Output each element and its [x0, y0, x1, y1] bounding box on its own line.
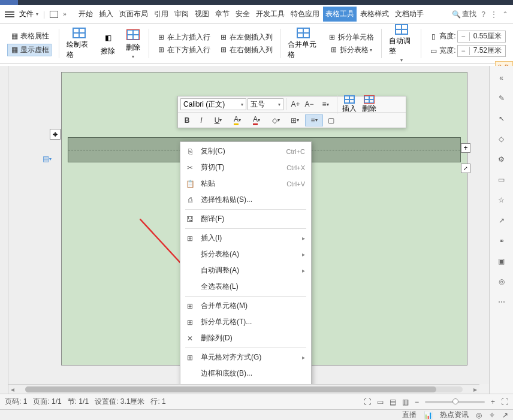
width-spinbox[interactable]: −7.52厘米 [457, 45, 506, 57]
tab-review[interactable]: 审阅 [172, 7, 191, 22]
tool-icon-3[interactable]: ↗ [502, 411, 508, 419]
collapse-panel-icon[interactable]: « [496, 72, 508, 84]
ctx-border-shading[interactable]: 边框和底纹(B)... [180, 365, 311, 382]
decrease-font-button[interactable]: A− [303, 98, 316, 110]
height-spinbox[interactable]: −0.55厘米 [457, 31, 506, 43]
zoom-slider[interactable] [425, 401, 485, 403]
ctx-paste[interactable]: 📋粘贴Ctrl+V [180, 176, 311, 192]
ctx-cut[interactable]: ✂剪切(T)Ctrl+X [180, 159, 311, 176]
tab-start[interactable]: 开始 [76, 7, 95, 22]
ctx-split-cells[interactable]: ⊞拆分单元格(T)... [180, 314, 311, 330]
split-cells-button[interactable]: ⊞拆分单元格 [327, 32, 374, 43]
fit-page-icon[interactable]: ⛶ [501, 398, 508, 406]
tab-view[interactable]: 视图 [192, 7, 212, 22]
delete-button[interactable]: 删除▾ [122, 26, 144, 61]
font-family-select[interactable]: Calibri (正文)▾ [180, 98, 246, 110]
ctx-delete-col[interactable]: ✕删除列(D) [180, 330, 311, 346]
eraser-button[interactable]: ◧ 擦除 [97, 26, 119, 61]
setting-value[interactable]: 设置值: 3.1厘米 [95, 397, 144, 407]
tab-insert[interactable]: 插入 [96, 7, 116, 22]
menu-icon[interactable] [5, 11, 14, 17]
ctx-select-all-table[interactable]: 全选表格(L) [180, 279, 311, 295]
border-button[interactable]: ⊞▾ [286, 114, 304, 126]
fullscreen-icon[interactable]: ⛶ [364, 398, 371, 406]
settings-icon[interactable]: ⚙ [496, 153, 508, 165]
tab-special[interactable]: 特色应用 [288, 7, 322, 22]
horizontal-scrollbar[interactable]: ◂ ▸ [8, 384, 479, 394]
table-move-handle[interactable]: ✥ [50, 129, 61, 140]
print-layout-icon[interactable]: ▤ [390, 398, 396, 406]
more-panel-icon[interactable]: ⋯ [496, 296, 508, 308]
page-count[interactable]: 页面: 1/1 [33, 397, 61, 407]
file-menu[interactable]: 文件 ▾ [17, 8, 41, 20]
scroll-right-icon[interactable]: ▸ [471, 385, 479, 394]
increase-font-button[interactable]: A+ [289, 98, 302, 110]
ctx-paste-special[interactable]: ⎙选择性粘贴(S)... [180, 192, 311, 208]
section-count[interactable]: 节: 1/1 [68, 397, 89, 407]
fill-button[interactable]: ▢ [324, 114, 337, 126]
insert-row-below-button[interactable]: ⊞在下方插入行 [156, 45, 210, 55]
align-button[interactable]: ≡▾ [305, 114, 323, 126]
split-table-button[interactable]: ⊞拆分表格▾ [329, 45, 372, 55]
float-delete-button[interactable]: 删除 [360, 95, 379, 114]
tab-table-style[interactable]: 表格样式 [358, 7, 391, 22]
underline-button[interactable]: U▾ [209, 114, 227, 126]
insert-row-above-button[interactable]: ⊞在上方插入行 [156, 32, 210, 43]
line-number[interactable]: 行: 1 [150, 397, 165, 407]
link-icon[interactable]: ⚭ [496, 235, 508, 247]
ctx-split-table[interactable]: 拆分表格(A)▸ [180, 246, 311, 262]
scroll-left-icon[interactable]: ◂ [8, 385, 17, 394]
zoom-out-icon[interactable]: − [415, 398, 419, 406]
float-insert-button[interactable]: 插入 [340, 95, 359, 114]
tool-icon-2[interactable]: ✧ [489, 411, 495, 419]
share-icon[interactable]: ↗ [496, 214, 508, 226]
tab-chapter[interactable]: 章节 [213, 7, 232, 22]
cursor-icon[interactable]: ↖ [496, 113, 508, 125]
pencil-icon[interactable]: ✎ [496, 92, 508, 104]
highlight-button[interactable]: A▾ [228, 114, 246, 126]
help-icon[interactable]: ? [481, 10, 485, 19]
tab-devtools[interactable]: 开发工具 [254, 7, 287, 22]
shading-button[interactable]: ◇▾ [267, 114, 285, 126]
add-column-handle[interactable]: + [461, 143, 470, 153]
draw-table-button[interactable]: 绘制表格 [64, 26, 94, 61]
ctx-merge-cells[interactable]: ⊞合并单元格(M) [180, 298, 311, 314]
auto-adjust-button[interactable]: 自动调整▾ [387, 26, 417, 61]
search-button[interactable]: 🔍 查找 [452, 9, 476, 19]
list-button[interactable]: ≡▾ [316, 98, 334, 110]
collapse-ribbon-icon[interactable]: ⌃ [502, 10, 508, 19]
live-button[interactable]: 直播 [402, 410, 417, 420]
ctx-cell-align[interactable]: ⊞单元格对齐方式(G)▸ [180, 349, 311, 365]
tool-icon-1[interactable]: ◎ [476, 411, 482, 419]
tab-layout[interactable]: 页面布局 [117, 7, 150, 22]
bold-button[interactable]: B [180, 114, 194, 126]
font-size-select[interactable]: 五号▾ [248, 98, 283, 110]
image-icon[interactable]: ▣ [496, 255, 508, 267]
insert-col-right-button[interactable]: ⊞在右侧插入列 [219, 45, 273, 55]
font-color-button[interactable]: A▾ [248, 114, 265, 126]
insert-col-left-button[interactable]: ⊞在左侧插入列 [219, 32, 273, 43]
table-properties-button[interactable]: ▦表格属性 [10, 31, 49, 41]
star-icon[interactable]: ☆ [496, 194, 508, 206]
more-icon[interactable]: ⋮ [490, 10, 497, 19]
tab-reference[interactable]: 引用 [152, 7, 171, 22]
page-icon[interactable]: ▭ [496, 174, 508, 186]
merge-cells-button[interactable]: 合并单元格 [285, 26, 321, 61]
zoom-in-icon[interactable]: + [491, 398, 495, 406]
shape-icon[interactable]: ◇ [496, 133, 508, 145]
news-button[interactable]: 热点资讯 [440, 410, 469, 420]
show-frame-button[interactable]: ▦显示虚框 [7, 44, 52, 56]
vertical-scrollbar[interactable] [479, 66, 489, 384]
ctx-insert[interactable]: ⊞插入(I)▸ [180, 230, 311, 246]
resize-handle[interactable]: ⤢ [461, 164, 470, 173]
tab-doc-assistant[interactable]: 文档助手 [393, 7, 426, 22]
reading-view-icon[interactable]: ▭ [377, 398, 384, 406]
web-layout-icon[interactable]: ▥ [402, 398, 409, 406]
page-code[interactable]: 页码: 1 [5, 397, 27, 407]
ctx-copy[interactable]: ⎘复制(C)Ctrl+C [180, 143, 311, 159]
window-icon[interactable] [50, 11, 58, 18]
ctx-auto-adjust[interactable]: 自动调整(A)▸ [180, 262, 311, 279]
italic-button[interactable]: I [195, 114, 208, 126]
tab-security[interactable]: 安全 [233, 7, 252, 22]
ctx-translate[interactable]: 🖫翻译(F) [180, 211, 311, 227]
